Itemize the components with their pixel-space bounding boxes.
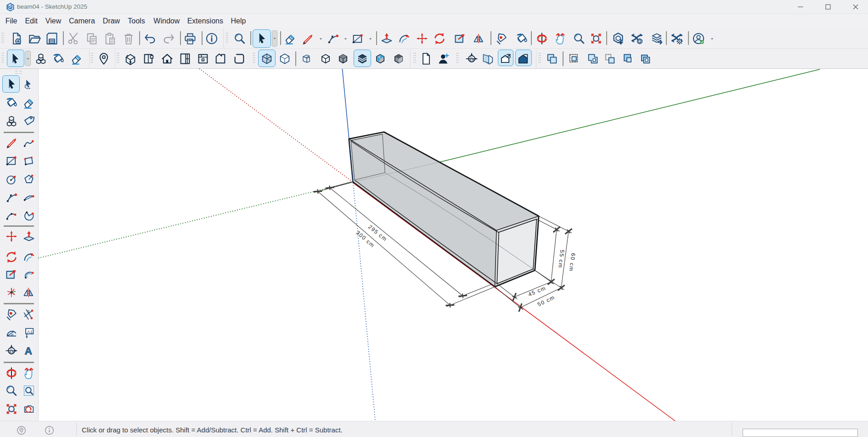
svg-text:A-B: A-B bbox=[469, 59, 474, 62]
svg-text:A1: A1 bbox=[27, 329, 33, 334]
svg-text:C: C bbox=[470, 55, 473, 58]
svg-text:A: A bbox=[25, 345, 32, 357]
svg-text:3: 3 bbox=[28, 310, 30, 314]
svg-text:C: C bbox=[10, 347, 12, 350]
svg-text:A-B: A-B bbox=[9, 351, 14, 354]
